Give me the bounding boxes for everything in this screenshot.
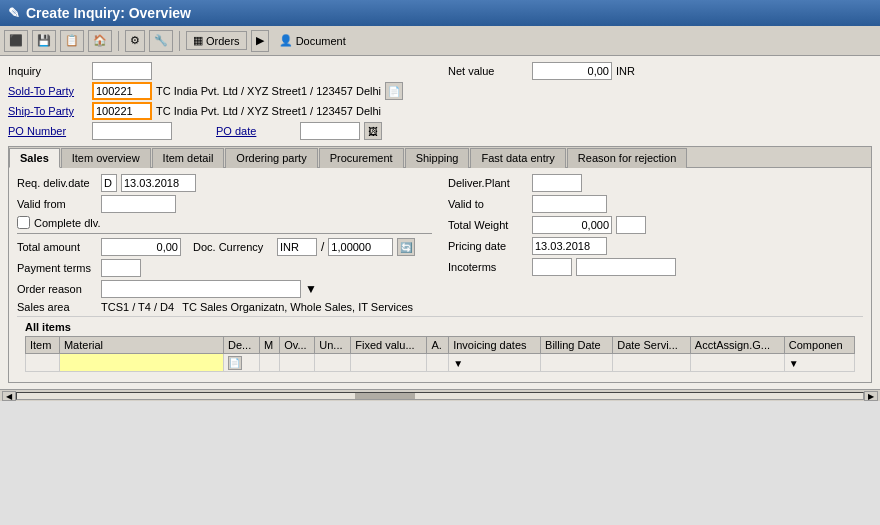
col-m: M [259, 337, 279, 354]
h-scroll-thumb[interactable] [355, 393, 415, 399]
row-un [315, 354, 351, 372]
toolbar-btn-1[interactable]: ⬛ [4, 30, 28, 52]
req-deliv-row: Req. deliv.date [17, 174, 432, 192]
pricing-date-input[interactable] [532, 237, 607, 255]
col-fixed-valu: Fixed valu... [351, 337, 427, 354]
toolbar-sep-1 [118, 31, 119, 51]
complete-dlv-checkbox[interactable] [17, 216, 30, 229]
toolbar-btn-3[interactable]: 📋 [60, 30, 84, 52]
ship-to-info: TC India Pvt. Ltd / XYZ Street1 / 123457… [156, 105, 381, 117]
toolbar-btn-5[interactable]: ⚙ [125, 30, 145, 52]
ship-to-input[interactable] [92, 102, 152, 120]
valid-from-input[interactable] [101, 195, 176, 213]
total-weight-unit-input[interactable] [616, 216, 646, 234]
document-button[interactable]: 👤 Document [273, 32, 352, 49]
po-date-label[interactable]: PO date [216, 125, 296, 137]
table-row: 📄 ▼ [26, 354, 855, 372]
incoterms-input1[interactable] [532, 258, 572, 276]
po-number-input[interactable] [92, 122, 172, 140]
tab-sales[interactable]: Sales [9, 148, 60, 168]
items-table: Item Material De... M Ov... Un... Fixed … [25, 336, 855, 372]
toolbar-btn-arrow[interactable]: ▶ [251, 30, 269, 52]
toolbar: ⬛ 💾 📋 🏠 ⚙ 🔧 ▦ Orders ▶ 👤 Document [0, 26, 880, 56]
tab-fast-data-entry[interactable]: Fast data entry [470, 148, 565, 168]
deliver-plant-label: Deliver.Plant [448, 177, 528, 189]
incoterms-label: Incoterms [448, 261, 528, 273]
toolbar-btn-2[interactable]: 💾 [32, 30, 56, 52]
document-label: Document [296, 35, 346, 47]
orders-icon: ▦ [193, 34, 203, 47]
pricing-date-row: Pricing date [448, 237, 863, 255]
tab-reason-rejection[interactable]: Reason for rejection [567, 148, 687, 168]
total-weight-label: Total Weight [448, 219, 528, 231]
tab-item-detail[interactable]: Item detail [152, 148, 225, 168]
req-deliv-date-input[interactable] [121, 174, 196, 192]
row-de-btn[interactable]: 📄 [228, 356, 242, 370]
valid-to-input[interactable] [532, 195, 607, 213]
doc-currency-input[interactable] [277, 238, 317, 256]
col-billing-date: Billing Date [541, 337, 613, 354]
doc-currency-rate-input[interactable] [328, 238, 393, 256]
header-form-left: Inquiry Sold-To Party TC India Pvt. Ltd … [8, 62, 432, 142]
inquiry-input[interactable] [92, 62, 152, 80]
valid-to-label: Valid to [448, 198, 528, 210]
sales-area-row: Sales area TCS1 / T4 / D4 TC Sales Organ… [17, 301, 432, 313]
sold-to-icon-btn[interactable]: 📄 [385, 82, 403, 100]
po-date-input[interactable] [300, 122, 360, 140]
header-form: Inquiry Sold-To Party TC India Pvt. Ltd … [8, 62, 872, 142]
po-date-icon-btn[interactable]: 🖼 [364, 122, 382, 140]
incoterms-input2[interactable] [576, 258, 676, 276]
net-value-row: Net value INR [448, 62, 872, 80]
material-input[interactable] [64, 357, 219, 369]
horizontal-scrollbar[interactable]: ◀ ▶ [0, 389, 880, 401]
all-items-label: All items [25, 321, 855, 333]
incoterms-row: Incoterms [448, 258, 863, 276]
doc-currency-refresh-btn[interactable]: 🔄 [397, 238, 415, 256]
toolbar-btn-6[interactable]: 🔧 [149, 30, 173, 52]
inquiry-row: Inquiry [8, 62, 432, 80]
net-value-currency: INR [616, 65, 696, 77]
col-a: A. [427, 337, 449, 354]
toolbar-btn-4[interactable]: 🏠 [88, 30, 112, 52]
complete-dlv-row: Complete dlv. [17, 216, 432, 229]
table-header-row: Item Material De... M Ov... Un... Fixed … [26, 337, 855, 354]
payment-terms-label: Payment terms [17, 262, 97, 274]
orders-button[interactable]: ▦ Orders [186, 31, 247, 50]
valid-from-label: Valid from [17, 198, 97, 210]
sold-to-label[interactable]: Sold-To Party [8, 85, 88, 97]
row-material[interactable] [59, 354, 223, 372]
ship-to-label[interactable]: Ship-To Party [8, 105, 88, 117]
h-scroll-track[interactable] [16, 392, 864, 400]
po-number-label[interactable]: PO Number [8, 125, 88, 137]
row-m [259, 354, 279, 372]
valid-to-row: Valid to [448, 195, 863, 213]
deliver-plant-row: Deliver.Plant [448, 174, 863, 192]
total-amount-input[interactable] [101, 238, 181, 256]
order-reason-input[interactable] [101, 280, 301, 298]
net-value-input[interactable] [532, 62, 612, 80]
deliver-plant-input[interactable] [532, 174, 582, 192]
tabs-header: Sales Item overview Item detail Ordering… [9, 147, 871, 168]
tab-procurement[interactable]: Procurement [319, 148, 404, 168]
row-invoicing: ▼ [449, 354, 541, 372]
total-weight-row: Total Weight [448, 216, 863, 234]
sales-form-right: Deliver.Plant Valid to Total Weight Pric… [448, 174, 863, 316]
h-scroll-right-btn[interactable]: ▶ [864, 391, 878, 401]
req-deliv-d-input[interactable] [101, 174, 117, 192]
sold-to-input[interactable] [92, 82, 152, 100]
sales-form-left: Req. deliv.date Valid from Complete dlv. [17, 174, 432, 316]
inquiry-label: Inquiry [8, 65, 88, 77]
payment-terms-input[interactable] [101, 259, 141, 277]
doc-currency-slash: / [321, 240, 324, 254]
tab-item-overview[interactable]: Item overview [61, 148, 151, 168]
col-de: De... [223, 337, 259, 354]
tab-shipping[interactable]: Shipping [405, 148, 470, 168]
tab-ordering-party[interactable]: Ordering party [225, 148, 317, 168]
total-weight-input[interactable] [532, 216, 612, 234]
sales-area-desc: TC Sales Organizatn, Whole Sales, IT Ser… [182, 301, 413, 313]
col-invoicing-dates: Invoicing dates [449, 337, 541, 354]
h-scroll-left-btn[interactable]: ◀ [2, 391, 16, 401]
col-material: Material [59, 337, 223, 354]
row-de: 📄 [223, 354, 259, 372]
valid-from-row: Valid from [17, 195, 432, 213]
